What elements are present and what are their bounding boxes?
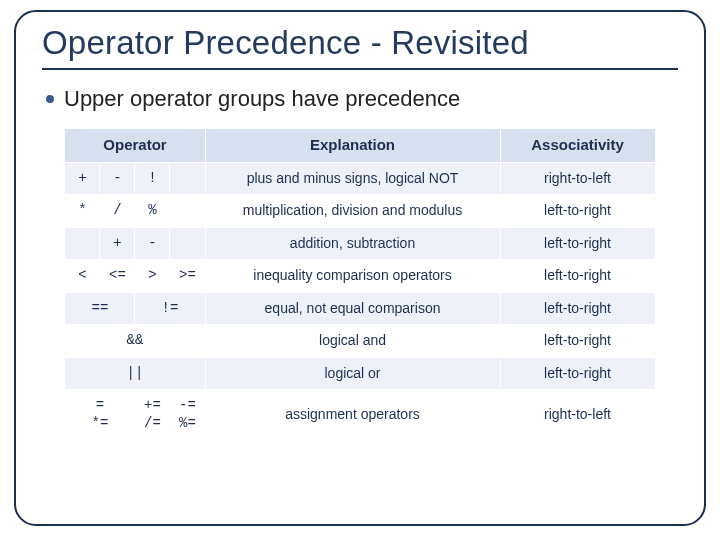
table-row: */%multiplication, division and modulusl… xyxy=(65,195,655,228)
associativity-cell: right-to-left xyxy=(500,162,655,195)
table-row: =*=+=/=-=%=assignment operatorsright-to-… xyxy=(65,390,655,440)
operator-cell: +=/= xyxy=(135,390,170,440)
operator-cell: =*= xyxy=(65,390,135,440)
bullet-text: Upper operator groups have precedence xyxy=(64,86,460,112)
explanation-cell: equal, not equal comparison xyxy=(205,292,500,325)
operator-cell: + xyxy=(100,227,135,260)
operator-cell: * xyxy=(65,195,100,228)
operator-cell: == xyxy=(65,292,135,325)
table-row: +-!plus and minus signs, logical NOTrigh… xyxy=(65,162,655,195)
operator-cell: || xyxy=(65,357,205,390)
operator-cell: < xyxy=(65,260,100,293)
operator-cell xyxy=(170,162,205,195)
page-title: Operator Precedence - Revisited xyxy=(42,24,678,62)
operator-cell xyxy=(170,227,205,260)
explanation-cell: assignment operators xyxy=(205,390,500,440)
table-row: &&logical andleft-to-right xyxy=(65,325,655,358)
operator-cell: % xyxy=(135,195,170,228)
table-row: <<=>>=inequality comparison operatorslef… xyxy=(65,260,655,293)
bullet-item: Upper operator groups have precedence xyxy=(46,86,678,112)
table-row: ==!=equal, not equal comparisonleft-to-r… xyxy=(65,292,655,325)
operator-cell: - xyxy=(135,227,170,260)
operator-cell xyxy=(170,195,205,228)
operator-cell: / xyxy=(100,195,135,228)
associativity-cell: left-to-right xyxy=(500,227,655,260)
explanation-cell: addition, subtraction xyxy=(205,227,500,260)
operator-cell: >= xyxy=(170,260,205,293)
associativity-cell: left-to-right xyxy=(500,260,655,293)
associativity-cell: left-to-right xyxy=(500,195,655,228)
operator-cell: > xyxy=(135,260,170,293)
explanation-cell: inequality comparison operators xyxy=(205,260,500,293)
associativity-cell: left-to-right xyxy=(500,292,655,325)
table-row: +-addition, subtractionleft-to-right xyxy=(65,227,655,260)
col-explanation: Explanation xyxy=(205,129,500,163)
associativity-cell: left-to-right xyxy=(500,325,655,358)
explanation-cell: multiplication, division and modulus xyxy=(205,195,500,228)
col-associativity: Associativity xyxy=(500,129,655,163)
operator-cell: && xyxy=(65,325,205,358)
explanation-cell: logical or xyxy=(205,357,500,390)
explanation-cell: logical and xyxy=(205,325,500,358)
operator-cell: <= xyxy=(100,260,135,293)
operator-cell: + xyxy=(65,162,100,195)
table-header-row: Operator Explanation Associativity xyxy=(65,129,655,163)
operator-cell: - xyxy=(100,162,135,195)
slide-card: Operator Precedence - Revisited Upper op… xyxy=(14,10,706,526)
title-divider xyxy=(42,68,678,70)
table-row: ||logical orleft-to-right xyxy=(65,357,655,390)
bullet-dot-icon xyxy=(46,95,54,103)
operator-cell xyxy=(65,227,100,260)
associativity-cell: right-to-left xyxy=(500,390,655,440)
operator-cell: != xyxy=(135,292,205,325)
col-operator: Operator xyxy=(65,129,205,163)
associativity-cell: left-to-right xyxy=(500,357,655,390)
precedence-table: Operator Explanation Associativity +-!pl… xyxy=(64,128,655,440)
explanation-cell: plus and minus signs, logical NOT xyxy=(205,162,500,195)
operator-cell: ! xyxy=(135,162,170,195)
operator-cell: -=%= xyxy=(170,390,205,440)
